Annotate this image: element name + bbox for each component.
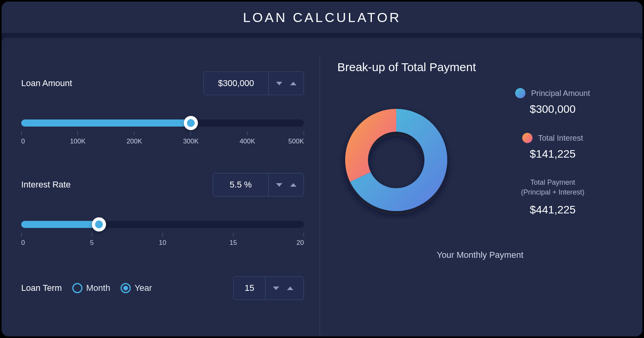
slider-tick: 200K bbox=[126, 131, 142, 145]
legend-interest: Total Interest $141,225 bbox=[483, 133, 623, 160]
chevron-down-icon[interactable] bbox=[276, 183, 282, 187]
interest-rate-label: Interest Rate bbox=[21, 180, 71, 190]
legend-principal-label: Principal Amount bbox=[531, 89, 590, 98]
chevron-down-icon[interactable] bbox=[276, 82, 282, 85]
legend-total: Total Payment (Principal + Interest) $44… bbox=[483, 178, 623, 216]
interest-rate-slider-wrap: 05101520 bbox=[21, 221, 304, 247]
slider-tick: 100K bbox=[70, 131, 86, 145]
loan-term-row: Loan Term Month Year 15 bbox=[21, 276, 304, 300]
loan-amount-slider-thumb[interactable] bbox=[184, 116, 198, 130]
interest-rate-arrows bbox=[268, 173, 304, 196]
inputs-panel: Loan Amount $300,000 0100K200K300K400K50… bbox=[21, 57, 320, 336]
slider-tick: 15 bbox=[230, 233, 237, 247]
donut-chart bbox=[337, 101, 463, 220]
radio-month-label: Month bbox=[86, 283, 110, 293]
interest-rate-ticks: 05101520 bbox=[21, 233, 304, 247]
legend-interest-swatch bbox=[522, 133, 532, 143]
slider-tick: 500K bbox=[288, 131, 304, 145]
slider-tick: 0 bbox=[21, 233, 25, 247]
legend-total-value: $441,225 bbox=[483, 204, 623, 216]
radio-year-label: Year bbox=[135, 283, 152, 293]
slider-tick: 20 bbox=[296, 233, 304, 247]
loan-term-radio-month[interactable]: Month bbox=[72, 283, 110, 293]
chevron-up-icon[interactable] bbox=[290, 82, 296, 85]
loan-amount-slider[interactable] bbox=[21, 119, 304, 127]
title-bar: LOAN CALCULATOR bbox=[2, 2, 642, 33]
content-area: Loan Amount $300,000 0100K200K300K400K50… bbox=[2, 38, 642, 336]
loan-amount-stepper[interactable]: $300,000 bbox=[203, 72, 304, 95]
loan-amount-slider-fill bbox=[21, 119, 191, 127]
radio-icon bbox=[72, 283, 82, 293]
donut-svg bbox=[337, 101, 455, 219]
interest-rate-value: 5.5 % bbox=[213, 173, 268, 196]
app-window: LOAN CALCULATOR Loan Amount $300,000 bbox=[2, 2, 642, 336]
slider-tick: 400K bbox=[240, 131, 255, 145]
app-title: LOAN CALCULATOR bbox=[243, 10, 401, 25]
loan-amount-label: Loan Amount bbox=[21, 78, 72, 88]
legend-total-label: Total Payment bbox=[483, 178, 623, 187]
legend-interest-label: Total Interest bbox=[538, 134, 583, 143]
interest-rate-stepper[interactable]: 5.5 % bbox=[213, 173, 304, 197]
radio-icon bbox=[121, 283, 131, 293]
slider-tick: 0 bbox=[21, 131, 25, 145]
breakup-body: Principal Amount $300,000 Total Interest… bbox=[337, 88, 623, 233]
legend-principal-swatch bbox=[515, 88, 525, 98]
loan-term-label: Loan Term bbox=[21, 283, 62, 293]
interest-rate-row: Interest Rate 5.5 % bbox=[21, 173, 304, 197]
loan-term-radio-year[interactable]: Year bbox=[121, 283, 152, 293]
loan-amount-arrows bbox=[268, 72, 304, 95]
breakup-title: Break-up of Total Payment bbox=[337, 61, 623, 74]
loan-term-arrows bbox=[265, 277, 300, 299]
loan-amount-slider-wrap: 0100K200K300K400K500K bbox=[21, 119, 304, 145]
legend-total-sublabel: (Principal + Interest) bbox=[483, 187, 623, 197]
slider-tick: 5 bbox=[90, 233, 93, 247]
loan-term-stepper[interactable]: 15 bbox=[233, 276, 304, 300]
loan-amount-value: $300,000 bbox=[204, 72, 268, 95]
chevron-up-icon[interactable] bbox=[290, 183, 296, 187]
legend-interest-value: $141,225 bbox=[483, 148, 623, 160]
legend-principal: Principal Amount $300,000 bbox=[483, 88, 623, 116]
loan-amount-row: Loan Amount $300,000 bbox=[21, 72, 304, 95]
chevron-down-icon[interactable] bbox=[273, 287, 279, 290]
loan-term-value: 15 bbox=[234, 277, 265, 299]
interest-rate-slider[interactable] bbox=[21, 221, 304, 228]
interest-rate-slider-thumb[interactable] bbox=[92, 217, 106, 231]
legend-principal-value: $300,000 bbox=[483, 103, 623, 116]
loan-amount-ticks: 0100K200K300K400K500K bbox=[21, 131, 304, 145]
legend: Principal Amount $300,000 Total Interest… bbox=[483, 88, 623, 233]
loan-term-left: Loan Term Month Year bbox=[21, 283, 152, 293]
interest-rate-slider-fill bbox=[21, 221, 99, 228]
monthly-payment-label: Your Monthly Payment bbox=[337, 250, 623, 260]
chevron-up-icon[interactable] bbox=[287, 287, 293, 290]
slider-tick: 10 bbox=[159, 233, 166, 247]
slider-tick: 300K bbox=[183, 131, 199, 145]
breakup-panel: Break-up of Total Payment bbox=[320, 57, 623, 336]
